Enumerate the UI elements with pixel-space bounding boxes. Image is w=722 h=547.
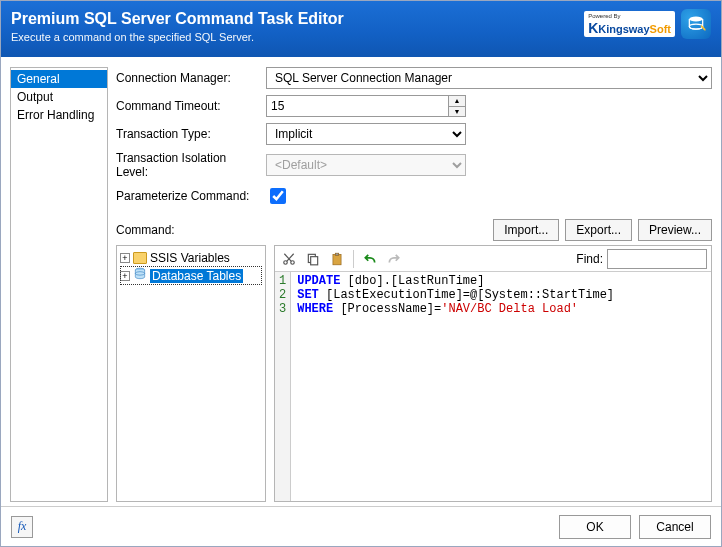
header-left: Premium SQL Server Command Task Editor E…	[11, 9, 584, 43]
svg-rect-9	[333, 254, 341, 265]
command-timeout-label: Command Timeout:	[116, 99, 256, 113]
brand-kingsway: Kingsway	[598, 23, 649, 35]
tree-item-ssis-variables[interactable]: + SSIS Variables	[120, 250, 262, 266]
expand-icon[interactable]: +	[120, 253, 130, 263]
nav-item-output[interactable]: Output	[11, 88, 107, 106]
spinner-down-icon[interactable]: ▼	[449, 107, 465, 117]
cut-icon[interactable]	[279, 249, 299, 269]
redo-icon[interactable]	[384, 249, 404, 269]
find-label: Find:	[576, 252, 603, 266]
form-grid: Connection Manager: SQL Server Connectio…	[116, 67, 712, 207]
footer: fx OK Cancel	[1, 506, 721, 546]
code-line[interactable]: WHERE [ProcessName]='NAV/BC Delta Load'	[297, 302, 614, 316]
transaction-type-wrap: Implicit	[266, 123, 466, 145]
command-timeout-input[interactable]	[266, 95, 448, 117]
paste-icon[interactable]	[327, 249, 347, 269]
expression-button[interactable]: fx	[11, 516, 33, 538]
import-button[interactable]: Import...	[493, 219, 559, 241]
folder-icon	[133, 252, 147, 264]
powered-by-label: Powered By	[588, 13, 670, 20]
window: Premium SQL Server Command Task Editor E…	[0, 0, 722, 547]
code-content[interactable]: UPDATE [dbo].[LastRunTime]SET [LastExecu…	[291, 272, 620, 501]
parameterize-checkbox[interactable]	[270, 188, 286, 204]
nav-panel: General Output Error Handling	[10, 67, 108, 502]
code-panel: Find: 123 UPDATE [dbo].[LastRunTime]SET …	[274, 245, 712, 502]
connection-manager-select[interactable]: SQL Server Connection Manager	[266, 67, 712, 89]
sql-server-icon	[681, 9, 711, 39]
command-label: Command:	[116, 223, 487, 237]
expand-icon[interactable]: +	[120, 271, 130, 281]
body: General Output Error Handling Connection…	[1, 57, 721, 506]
transaction-type-label: Transaction Type:	[116, 127, 256, 141]
svg-rect-8	[311, 256, 318, 264]
ok-button[interactable]: OK	[559, 515, 631, 539]
nav-item-error-handling[interactable]: Error Handling	[11, 106, 107, 124]
toolbar-separator	[353, 250, 354, 268]
find-input[interactable]	[607, 249, 707, 269]
isolation-level-select: <Default>	[266, 154, 466, 176]
database-icon	[133, 267, 147, 284]
undo-icon[interactable]	[360, 249, 380, 269]
find-wrap: Find:	[576, 249, 707, 269]
cancel-button[interactable]: Cancel	[639, 515, 711, 539]
parameterize-label: Parameterize Command:	[116, 189, 256, 203]
line-gutter: 123	[275, 272, 291, 501]
isolation-level-wrap: <Default>	[266, 154, 466, 176]
transaction-type-select[interactable]: Implicit	[266, 123, 466, 145]
spinner-up-icon[interactable]: ▲	[449, 96, 465, 107]
connection-manager-label: Connection Manager:	[116, 71, 256, 85]
header: Premium SQL Server Command Task Editor E…	[1, 1, 721, 57]
isolation-level-label: Transaction Isolation Level:	[116, 151, 256, 179]
timeout-spinner: ▲ ▼	[448, 95, 466, 117]
code-line[interactable]: UPDATE [dbo].[LastRunTime]	[297, 274, 614, 288]
tree-label: Database Tables	[150, 269, 243, 283]
svg-rect-10	[335, 253, 339, 255]
tree-item-database-tables[interactable]: + Database Tables	[120, 266, 262, 285]
code-line[interactable]: SET [LastExecutionTime]=@[System::StartT…	[297, 288, 614, 302]
editor-toolbar: Find:	[275, 246, 711, 272]
window-subtitle: Execute a command on the specified SQL S…	[11, 31, 584, 43]
editor-split: + SSIS Variables + Database Tables	[116, 245, 712, 502]
main-panel: Connection Manager: SQL Server Connectio…	[116, 67, 712, 502]
copy-icon[interactable]	[303, 249, 323, 269]
export-button[interactable]: Export...	[565, 219, 632, 241]
object-tree[interactable]: + SSIS Variables + Database Tables	[116, 245, 266, 502]
svg-point-0	[689, 17, 702, 22]
window-title: Premium SQL Server Command Task Editor	[11, 9, 584, 28]
command-timeout-field: ▲ ▼	[266, 95, 466, 117]
code-editor[interactable]: 123 UPDATE [dbo].[LastRunTime]SET [LastE…	[275, 272, 711, 501]
tree-label: SSIS Variables	[150, 251, 230, 265]
header-right: Powered By KKingswaySoft	[584, 9, 711, 39]
parameterize-wrap	[266, 185, 712, 207]
preview-button[interactable]: Preview...	[638, 219, 712, 241]
nav-item-general[interactable]: General	[11, 70, 107, 88]
command-row: Command: Import... Export... Preview...	[116, 219, 712, 241]
kingswaysoft-badge: Powered By KKingswaySoft	[584, 11, 675, 37]
brand-soft: Soft	[650, 23, 671, 35]
